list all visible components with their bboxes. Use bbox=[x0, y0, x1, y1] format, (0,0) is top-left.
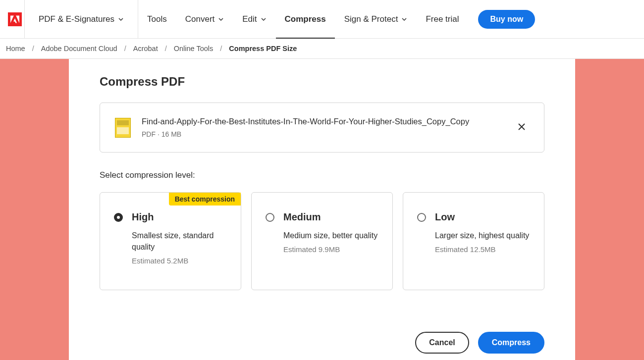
nav-pdf-esignatures[interactable]: PDF & E-Signatures bbox=[25, 0, 138, 39]
adobe-icon bbox=[10, 15, 19, 24]
buy-now-button[interactable]: Buy now bbox=[478, 10, 535, 29]
separator: / bbox=[124, 45, 126, 52]
main-panel: Compress PDF Find-and-Apply-For-the-Best… bbox=[69, 59, 575, 360]
chevron-down-icon bbox=[118, 16, 124, 22]
option-estimate: Estimated 9.9MB bbox=[283, 245, 378, 254]
chevron-down-icon bbox=[401, 16, 407, 22]
compress-button[interactable]: Compress bbox=[478, 332, 544, 354]
page-title: Compress PDF bbox=[100, 75, 544, 89]
radio-medium[interactable] bbox=[266, 213, 274, 222]
top-nav: PDF & E-Signatures Tools Convert Edit Co… bbox=[0, 0, 644, 39]
radio-low[interactable] bbox=[417, 213, 426, 222]
file-thumbnail bbox=[115, 118, 131, 138]
remove-file-button[interactable] bbox=[514, 119, 529, 136]
adobe-logo[interactable] bbox=[5, 0, 25, 39]
cancel-button[interactable]: Cancel bbox=[415, 332, 469, 354]
main-stage: Compress PDF Find-and-Apply-For-the-Best… bbox=[0, 59, 644, 360]
crumb-acrobat[interactable]: Acrobat bbox=[133, 45, 158, 52]
option-medium[interactable]: Medium Medium size, better quality Estim… bbox=[251, 192, 393, 290]
separator: / bbox=[220, 45, 222, 52]
breadcrumb: Home / Adobe Document Cloud / Acrobat / … bbox=[0, 39, 644, 59]
crumb-home[interactable]: Home bbox=[6, 45, 25, 52]
separator: / bbox=[165, 45, 167, 52]
compression-level-label: Select compression level: bbox=[100, 170, 544, 180]
option-desc: Medium size, better quality bbox=[283, 230, 378, 241]
nav-edit[interactable]: Edit bbox=[233, 0, 275, 39]
crumb-current: Compress PDF Size bbox=[229, 45, 297, 52]
file-meta: PDF · 16 MB bbox=[142, 130, 503, 138]
chevron-down-icon bbox=[218, 16, 224, 22]
file-name: Find-and-Apply-For-the-Best-Institutes-I… bbox=[142, 117, 503, 126]
nav-compress[interactable]: Compress bbox=[276, 0, 335, 39]
separator: / bbox=[32, 45, 34, 52]
crumb-doc-cloud[interactable]: Adobe Document Cloud bbox=[41, 45, 117, 52]
nav-free-trial[interactable]: Free trial bbox=[417, 0, 468, 39]
best-compression-badge: Best compression bbox=[169, 193, 241, 206]
crumb-online-tools[interactable]: Online Tools bbox=[174, 45, 214, 52]
radio-high[interactable] bbox=[114, 213, 123, 222]
compression-options: Best compression High Smallest size, sta… bbox=[100, 192, 544, 290]
action-buttons: Cancel Compress bbox=[100, 332, 544, 354]
option-title: Medium bbox=[283, 211, 378, 223]
nav-tools[interactable]: Tools bbox=[138, 0, 176, 39]
nav-sign-protect[interactable]: Sign & Protect bbox=[335, 0, 417, 39]
file-info: Find-and-Apply-For-the-Best-Institutes-I… bbox=[142, 117, 503, 138]
option-desc: Larger size, highest quality bbox=[435, 230, 530, 241]
close-icon bbox=[517, 122, 526, 131]
nav-convert[interactable]: Convert bbox=[176, 0, 234, 39]
file-card: Find-and-Apply-For-the-Best-Institutes-I… bbox=[100, 103, 544, 153]
option-desc: Smallest size, standard quality bbox=[132, 230, 227, 253]
option-estimate: Estimated 5.2MB bbox=[132, 257, 227, 265]
nav-label: PDF & E-Signatures bbox=[39, 14, 114, 24]
option-low[interactable]: Low Larger size, highest quality Estimat… bbox=[403, 192, 544, 290]
chevron-down-icon bbox=[261, 16, 267, 22]
option-title: High bbox=[132, 211, 227, 223]
option-high[interactable]: Best compression High Smallest size, sta… bbox=[100, 192, 241, 290]
option-estimate: Estimated 12.5MB bbox=[435, 245, 530, 254]
option-title: Low bbox=[435, 211, 530, 223]
